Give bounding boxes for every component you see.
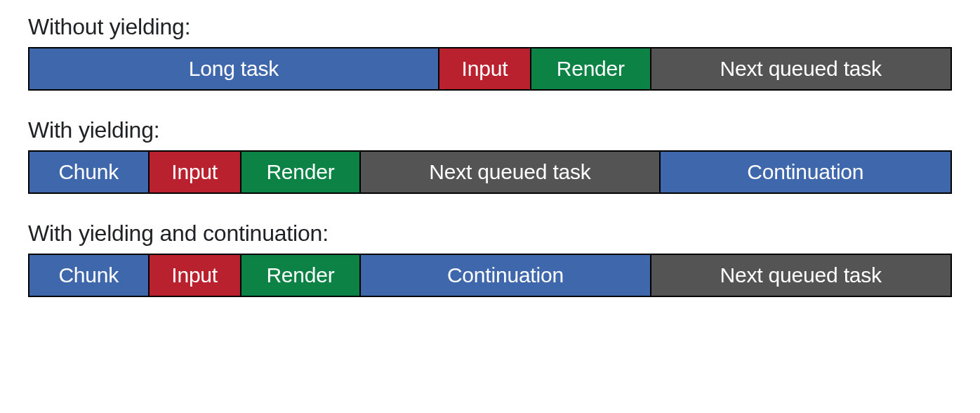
- section-with-yielding: With yielding: Chunk Input Render Next q…: [28, 117, 952, 194]
- segment-chunk: Chunk: [29, 152, 150, 192]
- segment-render: Render: [531, 48, 651, 89]
- task-bar: Chunk Input Render Next queued task Cont…: [28, 150, 952, 194]
- segment-input: Input: [150, 255, 241, 296]
- section-without-yielding: Without yielding: Long task Input Render…: [28, 14, 952, 91]
- segment-next-queued-task: Next queued task: [361, 152, 660, 192]
- segment-continuation: Continuation: [661, 152, 951, 192]
- segment-next-queued-task: Next queued task: [651, 48, 951, 89]
- section-title: With yielding and continuation:: [28, 221, 952, 247]
- segment-input: Input: [150, 152, 241, 192]
- task-bar: Chunk Input Render Continuation Next que…: [28, 254, 952, 297]
- segment-next-queued-task: Next queued task: [651, 255, 951, 296]
- section-title: Without yielding:: [28, 14, 952, 40]
- segment-input: Input: [439, 48, 531, 89]
- section-title: With yielding:: [28, 117, 952, 143]
- section-with-yielding-and-continuation: With yielding and continuation: Chunk In…: [28, 221, 952, 297]
- segment-render: Render: [241, 152, 362, 192]
- segment-render: Render: [241, 255, 362, 296]
- task-bar: Long task Input Render Next queued task: [28, 47, 952, 91]
- segment-continuation: Continuation: [361, 255, 651, 296]
- segment-chunk: Chunk: [29, 255, 150, 296]
- segment-long-task: Long task: [29, 48, 439, 89]
